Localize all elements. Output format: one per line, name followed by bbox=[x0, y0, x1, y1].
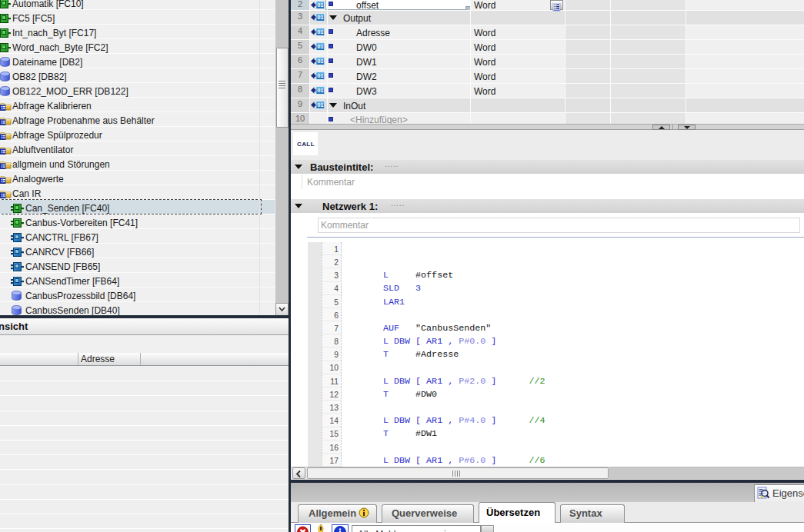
svg-text:01: 01 bbox=[318, 88, 324, 93]
svg-text:01: 01 bbox=[318, 44, 324, 49]
svg-text:01: 01 bbox=[318, 102, 324, 108]
svg-text:01: 01 bbox=[318, 29, 324, 35]
svg-text:01: 01 bbox=[318, 2, 324, 8]
svg-text:01: 01 bbox=[318, 58, 324, 64]
svg-text:01: 01 bbox=[318, 15, 324, 20]
svg-text:01: 01 bbox=[318, 73, 324, 78]
